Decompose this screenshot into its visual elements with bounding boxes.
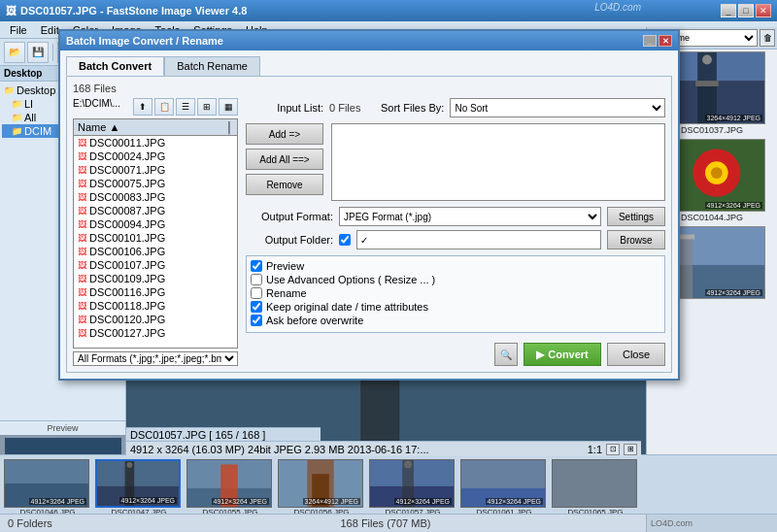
file-entry-4[interactable]: 🖼DSC00083.JPG: [74, 190, 237, 204]
strip-img-4: 4912×3264 JPEG: [369, 459, 455, 508]
remove-button[interactable]: Remove: [246, 174, 323, 195]
file-list-box[interactable]: Name ▲ │ 🖼DSC00011.JPG 🖼DSC00024.JPG 🖼DS…: [73, 118, 238, 349]
tree-label-li: LI: [24, 98, 33, 110]
view-list-button[interactable]: ☰: [176, 98, 195, 116]
file-entry-13[interactable]: 🖼DSC00120.JPG: [74, 313, 237, 326]
status-folders: 0 Folders: [8, 517, 52, 529]
strip-img-0: 4912×3264 JPEG: [4, 459, 89, 508]
folder-up-button[interactable]: ⬆: [133, 98, 152, 116]
title-bar: 🖼 DSC01057.JPG - FastStone Image Viewer …: [0, 0, 777, 21]
add-button[interactable]: Add =>: [246, 123, 323, 145]
browse-button[interactable]: Browse: [607, 230, 665, 249]
convert-button[interactable]: ▶ Convert: [524, 343, 601, 366]
strip-img-2: 4912×3264 JPEG: [186, 459, 272, 508]
close-dialog-button[interactable]: Close: [607, 343, 665, 366]
view-detail-button[interactable]: ⊞: [197, 98, 217, 116]
file-icon-5: 🖼: [78, 206, 86, 216]
advanced-options-row: Use Advanced Options ( Resize ... ): [251, 274, 660, 285]
batch-dialog: Batch Image Convert / Rename _ ✕ Batch C…: [58, 29, 680, 381]
tab-content: 168 Files E:\DCIM\... ⬆ 📋 ☰ ⊞ ▦: [66, 76, 672, 373]
strip-thumb-0[interactable]: 4912×3264 JPEG DSC01046.JPG: [4, 459, 91, 510]
dialog-main: E:\DCIM\... ⬆ 📋 ☰ ⊞ ▦ Name ▲ │: [73, 98, 665, 366]
strip-thumb-3[interactable]: 3264×4912 JPEG DSC01056.JPG: [278, 459, 365, 510]
file-entry-6[interactable]: 🖼DSC00094.JPG: [74, 217, 237, 231]
output-folder-input[interactable]: [356, 230, 601, 249]
folder-icon-all: 📁: [12, 113, 22, 122]
file-entry-10[interactable]: 🖼DSC00109.JPG: [74, 272, 237, 285]
file-entry-3[interactable]: 🖼DSC00075.JPG: [74, 177, 237, 190]
dialog-title: Batch Image Convert / Rename: [66, 35, 223, 47]
dialog-close[interactable]: ✕: [659, 35, 672, 47]
name-column-header: Name ▲: [78, 121, 119, 133]
file-icon-4: 🖼: [78, 192, 86, 202]
right-status: LO4D.com: [646, 515, 777, 532]
minimize-button[interactable]: _: [721, 4, 736, 17]
tree-label-dcim: DCIM: [24, 125, 51, 137]
settings-button[interactable]: Settings: [607, 207, 665, 226]
main-status-bar: 4912 x 3264 (16.03 MP) 24bit JPEG 2.93 M…: [126, 441, 641, 456]
file-icon-0: 🖼: [78, 138, 86, 148]
zoom-fit-button[interactable]: ⊡: [606, 444, 620, 455]
info-button[interactable]: 🔍: [494, 343, 518, 366]
thumb-res-2: 4912×3264 JPEG: [705, 289, 762, 296]
strip-thumb-4[interactable]: 4912×3264 JPEG DSC01057.JPG: [369, 459, 456, 510]
sort-select[interactable]: No Sort: [450, 98, 665, 117]
bottom-strip: 4912×3264 JPEG DSC01046.JPG 4912×3264 JP…: [0, 454, 777, 532]
preview-checkbox[interactable]: [251, 260, 262, 272]
output-section: Output Format: JPEG Format (*.jpg) Setti…: [246, 207, 665, 249]
thumb-res-0: 3264×4912 JPEG: [705, 115, 762, 121]
toolbar-open[interactable]: 📂: [4, 42, 25, 63]
file-icon-10: 🖼: [78, 274, 86, 283]
strip-thumb-2[interactable]: 4912×3264 JPEG DSC01055.JPG: [186, 459, 274, 510]
view-thumb-button[interactable]: ▦: [219, 98, 238, 116]
file-entry-9[interactable]: 🖼DSC00107.JPG: [74, 258, 237, 272]
current-filename: DSC01057.JPG [ 165 / 168 ]: [130, 429, 265, 441]
file-entry-2[interactable]: 🖼DSC00071.JPG: [74, 163, 237, 177]
output-folder-checkbox[interactable]: [339, 234, 351, 246]
add-all-button[interactable]: Add All ==>: [246, 149, 323, 170]
copy-button[interactable]: 📋: [154, 98, 174, 116]
file-entry-11[interactable]: 🖼DSC00116.JPG: [74, 285, 237, 299]
input-list-box[interactable]: [331, 123, 665, 201]
keep-date-checkbox[interactable]: [251, 301, 262, 313]
file-entry-5[interactable]: 🖼DSC00087.JPG: [74, 204, 237, 217]
strip-img-6: [552, 459, 637, 508]
ask-overwrite-checkbox[interactable]: [251, 315, 262, 326]
options-section: Preview Use Advanced Options ( Resize ..…: [246, 255, 665, 333]
dialog-minimize[interactable]: _: [643, 35, 657, 47]
close-button[interactable]: ✕: [756, 4, 771, 17]
output-format-select[interactable]: JPEG Format (*.jpg): [339, 207, 601, 226]
advanced-options-checkbox[interactable]: [251, 274, 262, 285]
dialog-body: Batch Convert Batch Rename 168 Files E:\…: [60, 50, 678, 379]
strip-thumbnails: 4912×3264 JPEG DSC01046.JPG 4912×3264 JP…: [0, 455, 777, 514]
strip-thumb-1[interactable]: 4912×3264 JPEG DSC01047.JPG: [95, 459, 183, 510]
toolbar-save[interactable]: 💾: [27, 42, 49, 63]
file-entry-12[interactable]: 🖼DSC00118.JPG: [74, 299, 237, 313]
tab-batch-convert[interactable]: Batch Convert: [66, 56, 164, 76]
play-icon: ▶: [536, 349, 544, 361]
file-entry-14[interactable]: 🖼DSC00127.JPG: [74, 326, 237, 340]
advanced-options-label: Use Advanced Options ( Resize ... ): [266, 274, 435, 285]
output-folder-row: Output Folder: Browse: [246, 230, 665, 249]
filename-status: DSC01057.JPG [ 165 / 168 ]: [126, 427, 321, 441]
file-entry-7[interactable]: 🖼DSC00101.JPG: [74, 231, 237, 245]
tab-batch-rename[interactable]: Batch Rename: [164, 56, 260, 76]
format-filter-select[interactable]: All Formats (*.jpg;*.jpe;*.jpeg;*.bmp: [73, 351, 238, 366]
file-entry-8[interactable]: 🖼DSC00106.JPG: [74, 245, 237, 258]
file-entry-1[interactable]: 🖼DSC00024.JPG: [74, 150, 237, 163]
separator-1: [52, 44, 53, 61]
arrow-buttons: Add => Add All ==> Remove: [246, 123, 323, 201]
strip-thumb-6[interactable]: DSC01065.JPG: [552, 459, 639, 510]
file-entry-0[interactable]: 🖼DSC00011.JPG: [74, 136, 237, 150]
file-icon-13: 🖼: [78, 315, 86, 324]
main-window: 🖼 DSC01057.JPG - FastStone Image Viewer …: [0, 0, 777, 532]
input-list-value: 0 Files: [329, 102, 360, 114]
thumb-delete-button[interactable]: 🗑: [760, 29, 775, 47]
strip-thumb-5[interactable]: 4912×3264 JPEG DSC01061.JPG: [460, 459, 548, 510]
output-format-row: Output Format: JPEG Format (*.jpg) Setti…: [246, 207, 665, 226]
zoom-actual-button[interactable]: ⊞: [624, 444, 637, 455]
rename-checkbox[interactable]: [251, 287, 262, 299]
svg-rect-17: [695, 81, 719, 86]
maximize-button[interactable]: □: [738, 4, 754, 17]
menu-file[interactable]: File: [4, 23, 33, 37]
